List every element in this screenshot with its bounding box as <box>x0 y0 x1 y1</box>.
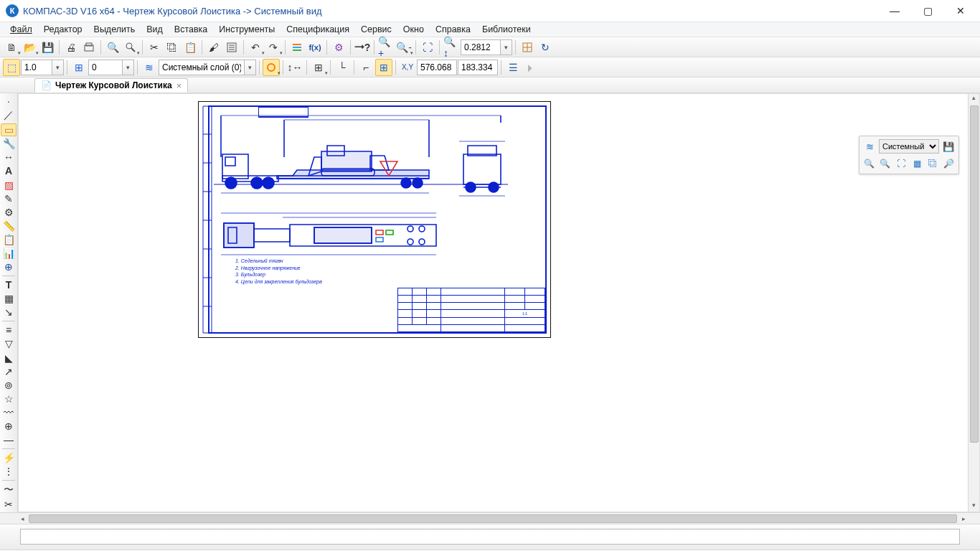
tool-grid[interactable]: ⊞▾ <box>310 59 327 76</box>
fx-button[interactable]: f(x) <box>306 39 324 56</box>
ortho-button[interactable]: ▾ <box>263 59 280 76</box>
snap-button[interactable]: ⬚ <box>3 59 20 76</box>
vt-hatch[interactable]: ▨ <box>1 179 17 192</box>
open-button[interactable]: 📂▾ <box>21 39 38 56</box>
vertical-scrollbar[interactable]: ▴ ▾ <box>968 94 979 512</box>
panel-copy[interactable]: ⿻ <box>926 156 940 171</box>
tool-ortho-xy[interactable]: └ <box>334 59 351 76</box>
find-button[interactable]: ▾ <box>122 39 139 56</box>
window-maximize-button[interactable]: ▢ <box>911 0 944 22</box>
vt-leader[interactable]: ↘ <box>1 306 17 319</box>
script-button[interactable]: ⚙ <box>330 39 347 56</box>
vt-base[interactable]: ◣ <box>1 351 17 364</box>
vt-bolt[interactable]: ⚡ <box>1 451 17 464</box>
tool-axes[interactable]: ↕↔ <box>286 59 303 76</box>
tool-step[interactable]: ⌐ <box>357 59 374 76</box>
menu-help[interactable]: Справка <box>430 23 476 36</box>
vt-wave[interactable]: 〰 <box>1 406 17 419</box>
layer-combo[interactable]: ▾ <box>159 60 256 75</box>
print-button[interactable]: 🖨 <box>62 39 80 56</box>
step-button[interactable]: ⊞ <box>70 59 88 76</box>
vt-text[interactable]: A <box>1 164 17 177</box>
cut-button[interactable]: ✂ <box>146 39 163 56</box>
preview-button[interactable]: 🔍 <box>104 39 121 56</box>
panel-zoom-fit[interactable]: ⛶ <box>894 156 908 171</box>
menu-libraries[interactable]: Библиотеки <box>476 23 537 36</box>
coord-x-input[interactable] <box>417 60 457 75</box>
style-select[interactable]: Системный <box>879 139 939 154</box>
menu-editor[interactable]: Редактор <box>38 23 88 36</box>
vt-insert[interactable]: ⊕ <box>1 260 17 273</box>
redraw-button[interactable]: ↻ <box>537 39 554 56</box>
doc-tab-close[interactable]: × <box>176 80 182 91</box>
panel-zoom-out[interactable]: 🔍 <box>878 156 892 171</box>
zoom-in-button[interactable]: 🔍+ <box>377 39 395 56</box>
command-input[interactable] <box>20 529 960 545</box>
scale-combo[interactable]: ▾ <box>21 60 64 75</box>
step-combo[interactable]: ▾ <box>88 60 134 75</box>
print-preview-button[interactable] <box>80 39 98 56</box>
panel-grid[interactable]: ▦ <box>910 156 924 171</box>
h-scroll-thumb[interactable] <box>29 514 957 523</box>
scale-input[interactable] <box>21 60 52 75</box>
vt-axis[interactable]: ― <box>1 433 17 446</box>
vt-table[interactable]: ▦ <box>1 292 17 305</box>
horizontal-scrollbar[interactable]: ◂ ▸ <box>0 512 980 524</box>
save-button[interactable]: 💾 <box>39 39 56 56</box>
menu-select[interactable]: Выделить <box>88 23 141 36</box>
panel-zoom-in[interactable]: 🔍 <box>862 156 876 171</box>
paste-button[interactable]: 📋 <box>182 39 199 56</box>
vt-params[interactable]: ⚙ <box>1 206 17 219</box>
vt-line[interactable]: ／ <box>1 108 17 123</box>
layers-button[interactable] <box>288 39 306 56</box>
history-button[interactable]: ☰ <box>504 59 522 76</box>
v-scroll-thumb[interactable] <box>970 105 979 443</box>
vt-edit[interactable]: ✎ <box>1 192 17 205</box>
format-painter-button[interactable]: 🖌 <box>205 39 222 56</box>
vt-weld[interactable]: ≡ <box>1 324 17 336</box>
panel-find[interactable]: 🔎 <box>942 156 956 171</box>
zoom-realtime-button[interactable]: 🔍↕ <box>443 39 460 56</box>
drawing-canvas[interactable]: 1. Седельный тягач 2. Нагрузочное напряж… <box>198 101 551 338</box>
menu-insert[interactable]: Вставка <box>169 23 213 36</box>
vt-surf[interactable]: ▽ <box>1 337 17 350</box>
menu-file[interactable]: Файл <box>4 23 38 36</box>
properties-button[interactable] <box>223 39 240 56</box>
vt-curve[interactable]: 〜 <box>1 483 17 497</box>
vt-tools[interactable]: 🔧 <box>1 137 17 150</box>
vt-center[interactable]: ⊕ <box>1 420 17 433</box>
zoom-value-combo[interactable]: ▾ <box>461 39 512 55</box>
vt-t[interactable]: T <box>1 278 17 291</box>
new-button[interactable]: 🗎▾ <box>3 39 20 56</box>
workspace[interactable]: 1. Седельный тягач 2. Нагрузочное напряж… <box>18 93 980 512</box>
menu-tools[interactable]: Инструменты <box>213 23 281 36</box>
zoom-window-button[interactable]: ⛶ <box>419 39 436 56</box>
vt-measure[interactable]: 📏 <box>1 220 17 232</box>
menu-window[interactable]: Окно <box>397 23 430 36</box>
macro-button[interactable]: ⏵ <box>522 59 540 76</box>
coord-y-input[interactable] <box>458 60 498 75</box>
vt-arrow[interactable]: ↗ <box>1 365 17 378</box>
zoom-out-button[interactable]: 🔍-▾ <box>395 39 413 56</box>
vt-report[interactable]: 📊 <box>1 247 17 260</box>
help-button[interactable]: ⭢? <box>354 39 371 56</box>
vt-cut[interactable]: ✂ <box>1 498 17 511</box>
vt-rect[interactable]: ▭ <box>1 123 17 136</box>
redo-button[interactable]: ↷▾ <box>265 39 282 56</box>
vt-spec[interactable]: 📋 <box>1 233 17 246</box>
tool-snap-active[interactable]: ⊞ <box>375 59 392 76</box>
vt-dim[interactable]: ↔ <box>1 151 17 164</box>
zoom-value-input[interactable] <box>461 39 501 55</box>
menu-spec[interactable]: Спецификация <box>281 23 355 36</box>
window-close-button[interactable]: ✕ <box>944 0 977 22</box>
floating-style-panel[interactable]: ≋ Системный 💾 🔍 🔍 ⛶ ▦ ⿻ 🔎 <box>859 136 959 174</box>
layer-input[interactable] <box>159 60 245 75</box>
doc-tab-active[interactable]: 📄 Чертеж Курсовой Лоистика × <box>34 78 188 93</box>
window-minimize-button[interactable]: — <box>878 0 911 22</box>
pan-button[interactable] <box>519 39 536 56</box>
layer-icon[interactable]: ≋ <box>141 59 158 76</box>
undo-button[interactable]: ↶▾ <box>247 39 264 56</box>
vt-brand[interactable]: ☆ <box>1 392 17 405</box>
menu-view[interactable]: Вид <box>141 23 169 36</box>
save-style-icon[interactable]: 💾 <box>941 139 956 154</box>
